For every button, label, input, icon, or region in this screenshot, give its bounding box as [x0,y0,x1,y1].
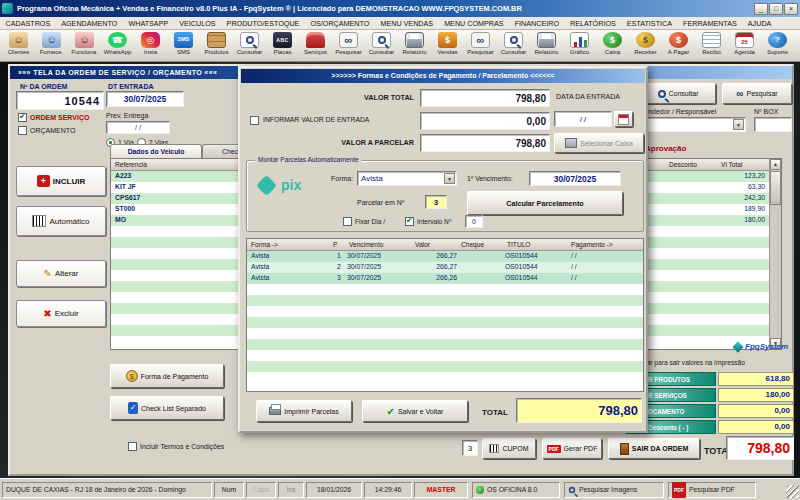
search-images-button[interactable]: Pesquisar Imagens [564,482,664,498]
menu-estatistica[interactable]: ESTATISTICA [621,19,677,28]
automatic-button[interactable]: Automático [16,206,106,236]
close-button[interactable]: × [784,3,798,15]
separate-checklist-button[interactable]: ✓Check List Separado [110,396,224,420]
app-titlebar: Programa Oficina Mecânica + Vendas e Fin… [0,0,800,17]
consult-order-button[interactable]: Consultar [640,83,716,104]
toolbar-consult-sales[interactable]: Consultar [497,32,530,61]
toolbar-receive[interactable]: $Receber [629,32,662,61]
chevron-down-icon[interactable]: ▼ [733,119,744,130]
copies-stepper[interactable]: 3 [462,440,478,456]
intervalo-checkbox[interactable] [405,217,414,226]
search-order-button[interactable]: ∞Pesquisar [722,83,792,104]
valor-total-field[interactable]: 798,80 [420,89,550,107]
order-type-service[interactable]: ORDEM SERVIÇO [18,113,89,122]
grid-empty-row [247,317,643,328]
toolbar-report-sales[interactable]: Relatório [530,32,563,61]
calendar-picker-button[interactable] [614,111,633,127]
minimize-button[interactable]: _ [754,3,768,15]
entry-value-checkbox[interactable] [250,116,259,125]
entry-value-field[interactable]: 0,00 [420,112,550,130]
menu-veiculos[interactable]: VEICULOS [174,19,221,28]
toolbar-report-services[interactable]: Relatório [398,32,431,61]
toolbar-search-sales[interactable]: ∞Pesquisar [464,32,497,61]
box-field[interactable] [754,117,792,132]
toolbar-plates[interactable]: ABCPlacas [266,32,299,61]
valor-parcelar-field[interactable]: 798,80 [420,134,550,152]
menu-vendas[interactable]: MENU VENDAS [375,19,439,28]
chevron-down-icon[interactable]: ▼ [444,173,455,184]
toolbar-cash[interactable]: $Caixa [596,32,629,61]
menu-produto-estoque[interactable]: PRODUTO/ESTOQUE [221,19,305,28]
menu-ferramentas[interactable]: FERRAMENTAS [678,19,743,28]
scroll-up-icon[interactable]: ▲ [770,159,781,170]
order-number-field[interactable]: 10544 [16,91,104,110]
toolbar-sms[interactable]: SMSSMS [167,32,200,61]
tab-vehicle-data[interactable]: Dados do Veiculo [110,144,202,158]
search-pdf-button[interactable]: PDFPesquisar PDF [668,482,756,498]
installment-row[interactable]: Avista 2 30/07/2025 266,27 OS010544 / / [247,262,643,273]
terms-checkbox-row[interactable]: Incluir Termos e Condições [128,442,224,451]
menu-whatsapp[interactable]: WHATSAPP [123,19,174,28]
toolbar-sales[interactable]: $Vendas [431,32,464,61]
menu-ajuda[interactable]: AJUDA [742,19,777,28]
cupom-button[interactable]: CUPOM [482,438,536,459]
toolbar-consult-products[interactable]: Consultar [233,32,266,61]
order-type-budget[interactable]: ORÇAMENTO [18,126,75,135]
toolbar-chart[interactable]: Gráfico [563,32,596,61]
cart-icon: + [37,175,50,187]
order-service-checkbox[interactable] [18,113,27,122]
vencimento-field[interactable]: 30/07/2025 [529,171,621,186]
scrollbar-thumb[interactable] [770,171,781,205]
resize-grip[interactable] [786,485,799,498]
items-grid-scrollbar[interactable]: ▲ ▼ [769,159,781,349]
menu-cadastros[interactable]: CADASTROS [0,19,56,28]
entry-date-modal-field[interactable]: / / [554,111,612,127]
seller-dropdown[interactable]: ▼ [640,117,746,132]
calculate-installments-button[interactable]: Calcular Parcelamento [467,191,623,215]
fixar-dia-option[interactable]: Fixar Dia / [343,217,385,226]
menu-os-orcamento[interactable]: OS/ORÇAMENTO [305,19,375,28]
installments-count-field[interactable]: 3 [425,195,447,209]
budget-checkbox[interactable] [18,126,27,135]
exit-order-button[interactable]: SAIR DA ORDEM [608,438,700,459]
menu-financeiro[interactable]: FINANCEIRO [509,19,564,28]
status-date: 18/01/2026 [306,482,362,498]
toolbar-instagram[interactable]: ◎Insta [134,32,167,61]
terms-checkbox[interactable] [128,442,137,451]
entry-date-field[interactable]: 30/07/2025 [106,91,184,107]
maximize-button[interactable]: □ [769,3,783,15]
intervalo-field[interactable]: 0 [465,215,483,228]
intervalo-option[interactable]: Intervalo Nº [405,217,451,226]
menu-compras[interactable]: MENU COMPRAS [439,19,510,28]
toolbar-suppliers[interactable]: ☺Fornece. [35,32,68,61]
toolbar-products[interactable]: Produtos [200,32,233,61]
toolbar-pay[interactable]: $A Pagar [662,32,695,61]
toolbar-clients[interactable]: ☺Clientes [2,32,35,61]
menu-agendamento[interactable]: AGENDAMENTO [56,19,123,28]
print-installments-button[interactable]: Imprimir Parcelas [256,400,352,422]
prev-delivery-field[interactable]: / / [106,121,170,134]
menu-relatorios[interactable]: RELATÓRIOS [564,19,621,28]
save-return-button[interactable]: ✔Salvar e Voltar [362,400,468,422]
toolbar-search-services[interactable]: ∞Pesquisar [332,32,365,61]
toolbar-support[interactable]: ?Suporte [761,32,794,61]
delete-button[interactable]: ✖Excluir [16,300,106,327]
toolbar-services[interactable]: Serviços [299,32,332,61]
barcode-icon [32,215,46,227]
toolbar-whatsapp[interactable]: ☎WhatsApp [101,32,134,61]
fixar-dia-checkbox[interactable] [343,217,352,226]
include-button[interactable]: +INCLUIR [16,166,106,196]
toolbar-receipt[interactable]: Recibo [695,32,728,61]
payment-form-button[interactable]: $Forma de Pagamento [110,364,224,388]
select-cash-button[interactable]: Selecionar Caixa [554,133,644,153]
installment-row[interactable]: Avista 3 30/07/2025 266,26 OS010544 / / [247,273,643,284]
parcelar-em-label: Parcelar em Nº [357,199,404,206]
toolbar-employees[interactable]: ☺Funciona. [68,32,101,61]
forma-dropdown[interactable]: Avista▼ [357,171,457,186]
toolbar-consult-services[interactable]: Consultar [365,32,398,61]
pay-icon: $ [669,32,688,48]
installment-row[interactable]: Avista 1 30/07/2025 266,27 OS010544 / / [247,251,643,262]
toolbar-calendar[interactable]: 25Agenda [728,32,761,61]
generate-pdf-button[interactable]: PDFGerar PDF [542,438,602,459]
edit-button[interactable]: ✎Alterar [16,260,106,287]
